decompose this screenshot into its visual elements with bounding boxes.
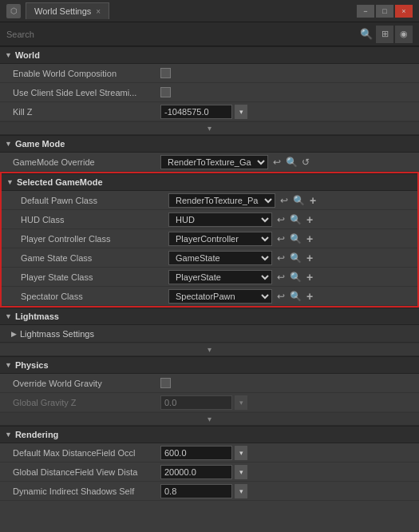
kill-z-value: ▾	[160, 105, 414, 119]
player-state-add-icon[interactable]: +	[303, 271, 316, 284]
lightmass-arrow-icon: ▼	[5, 312, 12, 320]
close-button[interactable]: ×	[395, 5, 413, 18]
player-state-dropdown[interactable]: PlayerState	[168, 270, 272, 284]
global-distance-field-view-dist-arrow[interactable]: ▾	[235, 465, 247, 479]
player-state-row: Player State Class PlayerState ↩ 🔍 +	[2, 268, 417, 287]
global-distance-field-view-dist-input[interactable]	[160, 465, 232, 479]
default-pawn-dropdown[interactable]: RenderToTexture_Pa	[168, 193, 275, 208]
tab-close-button[interactable]: ×	[96, 7, 101, 16]
game-state-back-icon[interactable]: ↩	[275, 252, 287, 264]
spectator-class-row: Spectator Class SpectatorPawn ↩ 🔍 +	[2, 287, 417, 306]
physics-section-header[interactable]: ▼ Physics	[0, 356, 419, 374]
hud-class-dropdown[interactable]: HUD	[168, 212, 272, 227]
game-mode-arrow-icon: ▼	[5, 140, 12, 148]
physics-chevron-icon: ▾	[208, 415, 211, 423]
default-max-distance-field-label: Default Max DistanceField Occl	[13, 448, 160, 458]
world-expand-button[interactable]: ▾	[0, 121, 419, 135]
lightmass-expand-button[interactable]: ▾	[0, 343, 419, 356]
player-controller-icons: ↩ 🔍 +	[275, 232, 316, 245]
gamemode-override-icons: ↩ 🔍 ↺	[271, 157, 312, 168]
physics-expand-button[interactable]: ▾	[0, 412, 419, 426]
gamemode-override-label: GameMode Override	[13, 157, 160, 167]
kill-z-arrow-button[interactable]: ▾	[235, 105, 247, 119]
back-icon[interactable]: ↩	[271, 157, 283, 168]
dynamic-indirect-shadows-input[interactable]	[160, 484, 232, 498]
title-bar: ⬡ World Settings × − □ ×	[0, 0, 419, 22]
player-state-back-icon[interactable]: ↩	[275, 272, 287, 283]
default-max-distance-field-row: Default Max DistanceField Occl ▾	[0, 443, 419, 463]
world-settings-tab[interactable]: World Settings ×	[26, 2, 109, 19]
dynamic-indirect-shadows-value: ▾	[160, 484, 414, 498]
global-distance-field-view-dist-row: Global DistanceField View Dista ▾	[0, 463, 419, 482]
search-icon[interactable]: 🔍	[285, 157, 298, 168]
search-icon[interactable]: 🔍	[360, 28, 373, 40]
spectator-class-label: Spectator Class	[21, 292, 168, 301]
player-state-icons: ↩ 🔍 +	[275, 271, 316, 284]
enable-world-composition-checkbox[interactable]	[160, 68, 171, 78]
spectator-back-icon[interactable]: ↩	[275, 291, 287, 302]
game-mode-section-header[interactable]: ▼ Game Mode	[0, 135, 419, 153]
default-pawn-icons: ↩ 🔍 +	[278, 194, 319, 207]
hud-class-icons: ↩ 🔍 +	[275, 213, 316, 226]
app-icon: ⬡	[6, 4, 21, 18]
kill-z-label: Kill Z	[13, 107, 160, 117]
lightmass-settings-subsection[interactable]: ▶ Lightmass Settings	[0, 325, 419, 343]
game-mode-section-label: Game Mode	[15, 139, 65, 149]
enable-world-composition-label: Enable World Composition	[13, 69, 160, 78]
rendering-section-label: Rendering	[15, 430, 58, 439]
player-controller-value: PlayerController ↩ 🔍 +	[168, 232, 413, 246]
spectator-class-dropdown[interactable]: SpectatorPawn	[168, 289, 272, 304]
default-pawn-back-icon[interactable]: ↩	[278, 195, 291, 206]
selected-gamemode-header[interactable]: ▼ Selected GameMode	[2, 173, 417, 191]
spectator-search-icon[interactable]: 🔍	[289, 291, 302, 302]
hud-add-icon[interactable]: +	[303, 213, 316, 226]
hud-search-icon[interactable]: 🔍	[289, 214, 302, 225]
default-pawn-add-icon[interactable]: +	[306, 194, 319, 207]
search-input[interactable]	[6, 30, 357, 39]
hud-back-icon[interactable]: ↩	[275, 214, 287, 225]
spectator-class-value: SpectatorPawn ↩ 🔍 +	[168, 289, 413, 304]
player-controller-add-icon[interactable]: +	[303, 232, 316, 245]
view-icons: ⊞ ◉	[376, 26, 413, 43]
settings-icon[interactable]: ◉	[395, 26, 413, 43]
player-state-value: PlayerState ↩ 🔍 +	[168, 270, 413, 284]
player-controller-search-icon[interactable]: 🔍	[289, 233, 302, 244]
override-world-gravity-value	[160, 378, 414, 388]
global-gravity-z-arrow[interactable]: ▾	[235, 395, 247, 410]
lightmass-settings-label: Lightmass Settings	[20, 329, 94, 339]
world-section-label: World	[15, 50, 40, 60]
kill-z-row: Kill Z ▾	[0, 102, 419, 121]
game-state-dropdown[interactable]: GameState	[168, 251, 272, 265]
world-arrow-icon: ▼	[5, 51, 12, 59]
hud-class-row: HUD Class HUD ↩ 🔍 +	[2, 210, 417, 229]
spectator-add-icon[interactable]: +	[303, 290, 316, 303]
maximize-button[interactable]: □	[376, 5, 393, 18]
game-state-value: GameState ↩ 🔍 +	[168, 251, 413, 265]
minimize-button[interactable]: −	[357, 5, 374, 18]
world-section-header[interactable]: ▼ World	[0, 46, 419, 64]
dynamic-indirect-shadows-arrow[interactable]: ▾	[235, 484, 247, 498]
use-client-side-label: Use Client Side Level Streami...	[13, 88, 160, 97]
kill-z-input[interactable]	[160, 105, 232, 119]
gamemode-override-row: GameMode Override RenderToTexture_Ga ↩ 🔍…	[0, 153, 419, 172]
default-pawn-row: Default Pawn Class RenderToTexture_Pa ↩ …	[2, 191, 417, 210]
global-gravity-z-input[interactable]	[160, 395, 232, 410]
player-controller-row: Player Controller Class PlayerController…	[2, 229, 417, 248]
override-world-gravity-checkbox[interactable]	[160, 378, 171, 388]
player-state-search-icon[interactable]: 🔍	[289, 272, 302, 283]
use-client-side-checkbox[interactable]	[160, 87, 171, 97]
rendering-section-header[interactable]: ▼ Rendering	[0, 426, 419, 443]
player-controller-dropdown[interactable]: PlayerController	[168, 232, 272, 246]
game-state-add-icon[interactable]: +	[303, 252, 316, 264]
list-view-icon[interactable]: ⊞	[376, 26, 393, 43]
player-controller-back-icon[interactable]: ↩	[275, 233, 287, 244]
default-max-distance-field-arrow[interactable]: ▾	[235, 446, 247, 460]
default-max-distance-field-input[interactable]	[160, 446, 232, 460]
game-state-search-icon[interactable]: 🔍	[289, 252, 302, 264]
default-pawn-search-icon[interactable]: 🔍	[292, 195, 305, 206]
window-controls: − □ ×	[357, 5, 413, 18]
physics-arrow-icon: ▼	[5, 361, 12, 369]
gamemode-override-dropdown[interactable]: RenderToTexture_Ga	[160, 155, 268, 169]
lightmass-section-header[interactable]: ▼ Lightmass	[0, 308, 419, 325]
history-icon[interactable]: ↺	[299, 157, 312, 168]
